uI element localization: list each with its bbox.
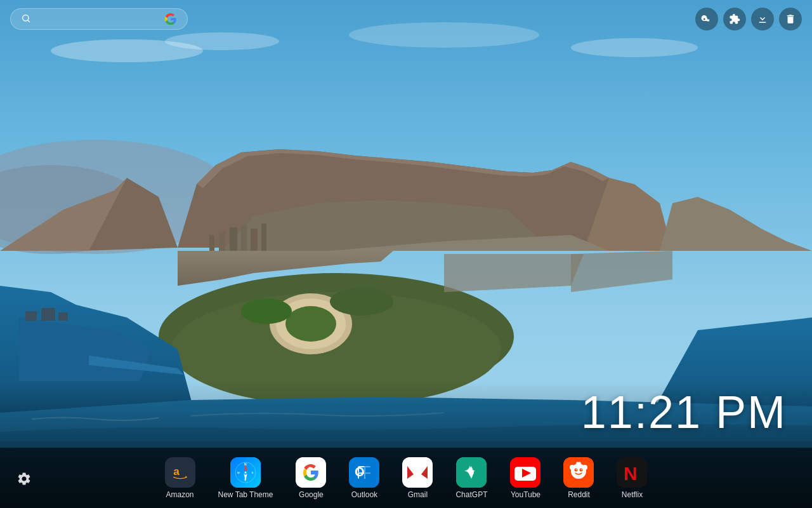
downloads-button[interactable] [751, 8, 774, 30]
clock: 11:21 PM [581, 386, 787, 438]
dock-item-outlook[interactable]: O Outlook [337, 453, 391, 503]
search-icon [21, 13, 31, 25]
new-tab-theme-label: New Tab Theme [218, 490, 273, 499]
svg-rect-16 [41, 308, 55, 321]
extensions-icon [729, 13, 740, 25]
svg-rect-44 [365, 474, 370, 479]
netflix-label: Netflix [622, 490, 643, 499]
google-label: Google [299, 490, 324, 499]
svg-rect-13 [251, 229, 258, 251]
dock-item-new-tab-theme[interactable]: N S W E New Tab Theme [207, 453, 285, 503]
dock-item-youtube[interactable]: YouTube [499, 453, 552, 503]
bottom-dock: a Amazon [0, 448, 812, 508]
key-icon [701, 13, 712, 25]
dock-item-gmail[interactable]: Gmail [391, 453, 444, 503]
svg-point-61 [581, 469, 582, 470]
dock-item-chatgpt[interactable]: ✦ ChatGPT [444, 453, 499, 503]
gmail-label: Gmail [408, 490, 428, 499]
reddit-label: Reddit [568, 490, 590, 499]
clock-time: 11:21 PM [581, 387, 787, 438]
dock-item-google[interactable]: Google [284, 453, 337, 503]
dock-item-reddit[interactable]: Reddit [552, 453, 605, 503]
google-logo [164, 13, 177, 25]
amazon-label: Amazon [166, 490, 194, 499]
svg-text:N: N [624, 463, 638, 484]
download-icon [757, 13, 768, 25]
svg-text:✦: ✦ [464, 464, 475, 479]
svg-rect-17 [58, 312, 68, 321]
trash-icon [785, 13, 796, 25]
svg-point-7 [285, 306, 336, 342]
svg-text:E: E [252, 471, 254, 474]
svg-text:N: N [244, 462, 247, 466]
svg-rect-15 [25, 311, 37, 321]
password-manager-button[interactable] [695, 8, 718, 30]
new-tab-theme-icon: N S W E [230, 457, 261, 488]
svg-text:a: a [173, 465, 180, 478]
youtube-icon [510, 457, 540, 488]
gear-icon [16, 471, 32, 486]
reddit-icon [563, 457, 594, 488]
svg-point-60 [576, 469, 577, 470]
amazon-icon: a [165, 457, 195, 488]
chatgpt-label: ChatGPT [455, 490, 487, 499]
svg-point-18 [241, 298, 292, 324]
svg-rect-9 [209, 235, 214, 251]
search-bar[interactable] [10, 8, 188, 30]
svg-point-19 [330, 288, 393, 316]
gmail-icon [402, 457, 433, 488]
chatgpt-icon: ✦ [456, 457, 487, 488]
top-right-icons [695, 8, 802, 30]
svg-rect-11 [230, 227, 237, 251]
svg-point-56 [570, 465, 575, 470]
dock-item-netflix[interactable]: N Netflix [605, 453, 658, 503]
extensions-button[interactable] [723, 8, 746, 30]
svg-point-29 [244, 471, 246, 473]
svg-point-57 [582, 465, 587, 470]
svg-text:W: W [237, 471, 240, 474]
youtube-label: YouTube [511, 490, 540, 499]
dock-item-amazon[interactable]: a Amazon [154, 453, 207, 503]
svg-point-64 [577, 460, 580, 462]
svg-point-23 [571, 38, 698, 57]
svg-rect-10 [219, 232, 225, 251]
svg-text:O: O [355, 465, 365, 479]
netflix-icon: N [617, 457, 647, 488]
svg-rect-14 [261, 224, 266, 251]
settings-button[interactable] [13, 467, 36, 490]
svg-rect-12 [241, 225, 247, 251]
svg-text:S: S [244, 478, 246, 481]
svg-rect-42 [365, 467, 370, 472]
google-icon [296, 457, 326, 488]
outlook-icon: O [349, 457, 379, 488]
top-bar [0, 0, 812, 38]
outlook-label: Outlook [351, 490, 377, 499]
svg-point-25 [23, 15, 29, 20]
clear-button[interactable] [779, 8, 802, 30]
